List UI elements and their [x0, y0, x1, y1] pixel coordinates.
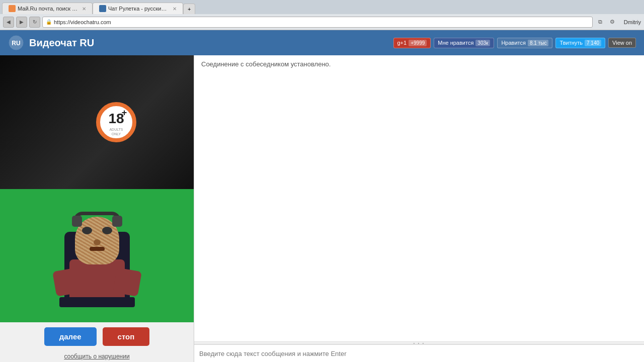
right-panel: Соединение с собеседником установлено. •… [194, 55, 644, 362]
report-link[interactable]: сообщить о нарушении [0, 351, 194, 362]
toolbar-icons: ⧉ ⚙ [595, 17, 618, 28]
svg-text:ADULTS: ADULTS [109, 128, 123, 131]
next-button[interactable]: далее [44, 327, 97, 346]
tab-chat-label: Чат Рулетка - русских... [108, 6, 169, 12]
site-title: Видеочат RU [29, 37, 94, 49]
window-btn[interactable]: ⧉ [595, 17, 606, 28]
tab-mail-close[interactable]: ✕ [82, 6, 86, 12]
back-button[interactable]: ◀ [3, 17, 14, 28]
gplus-label: g+1 [397, 40, 407, 46]
tab-chat[interactable]: Чат Рулетка - русских... ✕ [93, 3, 183, 14]
svg-text:RU: RU [12, 40, 20, 47]
browser-toolbar: ◀ ▶ ↻ 🔒 https://videochatru.com ⧉ ⚙ Dmit… [0, 14, 644, 30]
forward-button[interactable]: ▶ [16, 17, 27, 28]
tweet-label: Твитнуть [559, 40, 583, 46]
vk-count: 8.1 тыс [528, 40, 548, 46]
logo-icon: RU [8, 35, 24, 51]
header-buttons: g+1 +9999 Мне нравится 303к Нравится 8.1… [393, 38, 636, 48]
like-button[interactable]: Мне нравится 303к [434, 38, 494, 48]
url-text: https://videochatru.com [54, 19, 111, 25]
svg-text:+: + [122, 108, 127, 118]
tweet-button[interactable]: Твитнуть 7 140 [555, 38, 605, 48]
tab-mail-label: Май.Ru почта, поиск и... [18, 6, 78, 12]
dark-overlay: 18 + ADULTS ONLY [0, 55, 194, 189]
tweet-count: 7 140 [585, 40, 601, 46]
stop-button[interactable]: стоп [103, 327, 150, 346]
refresh-button[interactable]: ↻ [29, 17, 40, 28]
chat-status-message: Соединение с собеседником установлено. [201, 60, 331, 68]
svg-text:ONLY: ONLY [112, 132, 121, 136]
tab-new[interactable]: + [183, 4, 195, 14]
chat-messages: Соединение с собеседником установлено. [194, 55, 644, 341]
tab-mail[interactable]: Май.Ru почта, поиск и... ✕ [2, 3, 93, 14]
chat-input-area [194, 344, 644, 362]
chat-input[interactable] [199, 350, 639, 357]
tab-mail-icon [9, 5, 16, 12]
like-count: 303к [475, 40, 490, 46]
age-badge-svg: 18 + ADULTS ONLY [96, 102, 136, 142]
main-layout: 18 + ADULTS ONLY [0, 55, 644, 362]
browser-user: Dmitriy [624, 19, 641, 25]
site-logo: RU Видеочат RU [8, 35, 94, 51]
remote-video: 18 + ADULTS ONLY [0, 55, 194, 189]
vk-label: Нравится [501, 40, 526, 46]
address-bar[interactable]: 🔒 https://videochatru.com [42, 17, 593, 28]
browser-tabs: Май.Ru почта, поиск и... ✕ Чат Рулетка -… [0, 0, 644, 14]
page-header: RU Видеочат RU g+1 +9999 Мне нравится 30… [0, 30, 644, 55]
gplus-count: +9999 [409, 40, 427, 46]
tab-chat-icon [99, 5, 106, 12]
left-panel: 18 + ADULTS ONLY [0, 55, 194, 362]
view-label: View on [612, 40, 632, 46]
local-video [0, 189, 194, 323]
tab-chat-close[interactable]: ✕ [173, 6, 177, 12]
like-label: Мне нравится [438, 40, 473, 46]
lock-icon: 🔒 [46, 19, 52, 25]
age-badge: 18 + ADULTS ONLY [96, 102, 136, 142]
vk-button[interactable]: Нравится 8.1 тыс [497, 38, 552, 48]
gplus-button[interactable]: g+1 +9999 [393, 38, 431, 48]
button-bar: далее стоп [0, 322, 194, 351]
view-button[interactable]: View on [608, 38, 636, 48]
settings-icon[interactable]: ⚙ [607, 17, 618, 28]
